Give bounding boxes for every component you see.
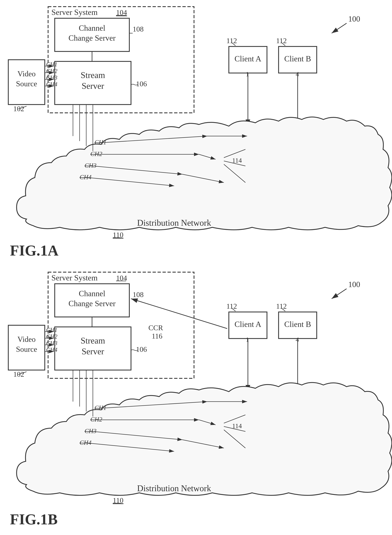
client-b-ref-1a: 112 <box>276 37 287 45</box>
server-system-label-1b: Server System <box>51 273 98 282</box>
vs-label-1a: Video <box>17 70 36 78</box>
client-a-label-1b: Client A <box>234 320 261 329</box>
ccs-label-1a: Channel <box>79 24 105 32</box>
ch2-label-1a: CH2 <box>46 68 57 74</box>
ccr-label-1b: CCR <box>148 324 163 332</box>
ch4-label-1b: CH4 <box>46 346 57 353</box>
diagram-container: 100 Server System 104 Channel Change Ser… <box>0 0 392 535</box>
fig1a-label: FIG.1A <box>10 242 59 259</box>
vs-label2-1b: Source <box>16 345 37 353</box>
vs-label2-1a: Source <box>16 80 37 88</box>
ss-label-1b: Stream <box>81 336 105 345</box>
ref100-1b: 100 <box>348 280 360 289</box>
ss-label2-1b: Server <box>82 347 104 356</box>
svg-text:1: 1 <box>246 336 249 343</box>
ccs-ref-1b: 108 <box>133 291 144 299</box>
vs-label-1b: Video <box>17 335 36 344</box>
client-a-label-1a: Client A <box>234 54 261 63</box>
client-a-ref-1b: 112 <box>226 302 237 310</box>
ch1-label-1b: CH1 <box>46 327 57 333</box>
ch3-label-1b: CH3 <box>46 340 57 346</box>
fig1b-label: FIG.1B <box>10 511 58 528</box>
client-b-label-1b: Client B <box>284 320 311 329</box>
ccs-label2-1b: Change Server <box>69 299 116 308</box>
svg-text:CH3: CH3 <box>84 162 97 169</box>
dist-network-label-1b: Distribution Network <box>137 483 211 493</box>
svg-line-79 <box>131 299 227 329</box>
server-system-label-1a: Server System <box>51 8 98 17</box>
dist-network-label-1a: Distribution Network <box>137 218 211 227</box>
svg-text:CH3: CH3 <box>84 427 97 435</box>
svg-line-71 <box>332 289 347 299</box>
ch4-label-1a: CH4 <box>46 81 57 88</box>
ccs-label2-1a: Change Server <box>69 33 116 42</box>
ch1-label-1a: CH1 <box>46 61 57 68</box>
svg-text:CH4: CH4 <box>79 174 92 180</box>
ccs-ref-1a: 108 <box>133 25 144 33</box>
client-b-ref-1b: 112 <box>276 302 287 310</box>
client-b-label-1a: Client B <box>284 54 311 63</box>
ch2-label-1b: CH2 <box>46 333 57 340</box>
ccs-label-1b: Channel <box>79 289 105 298</box>
fig1a-svg: 100 Server System 104 Channel Change Ser… <box>0 0 392 262</box>
ch3-label-1a: CH3 <box>46 74 57 81</box>
ccr-ref-1b: 116 <box>152 332 162 340</box>
ss-label2-1a: Server <box>82 81 104 91</box>
ss-ref-1b: 106 <box>136 345 147 353</box>
svg-text:CH4: CH4 <box>79 439 92 446</box>
ss-label-1a: Stream <box>81 70 105 80</box>
svg-text:CH1: CH1 <box>94 404 107 411</box>
ref100-1a: 100 <box>348 14 360 23</box>
ss-ref-1a: 106 <box>136 80 147 88</box>
fig1b-svg: 100 Server System 104 Channel Change Ser… <box>0 265 392 531</box>
svg-text:CH2: CH2 <box>90 150 102 157</box>
svg-text:CH2: CH2 <box>90 416 102 423</box>
svg-text:1: 1 <box>246 70 249 78</box>
client-a-ref-1a: 112 <box>226 37 237 45</box>
svg-text:CH1: CH1 <box>94 139 107 146</box>
svg-line-17 <box>332 23 347 33</box>
